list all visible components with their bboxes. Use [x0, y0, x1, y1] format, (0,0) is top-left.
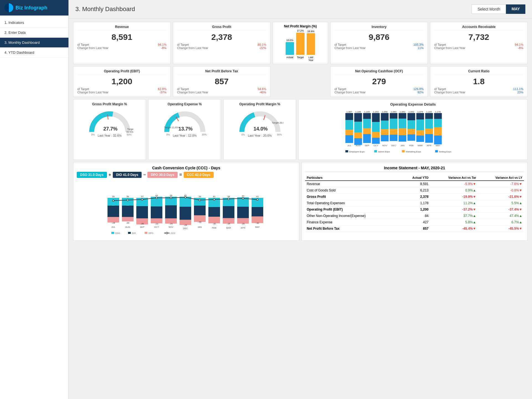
svg-text:1,062: 1,062 [400, 111, 405, 113]
svg-rect-42 [381, 121, 389, 129]
svg-text:Target 11.6%: Target 11.6% [164, 126, 179, 129]
income-table-header: Particulars Actual YTD Variance Act vs T… [305, 175, 524, 181]
kpi-inventory: Inventory 9,876 of Target 105.3% Change … [330, 22, 428, 64]
svg-text:JUL: JUL [111, 226, 116, 228]
svg-text:MAY: MAY [436, 144, 440, 147]
svg-text:AUG: AUG [125, 226, 130, 228]
svg-rect-44 [381, 135, 389, 141]
kpi-np-title: Net Profit Before Tax [177, 69, 266, 75]
table-row: Operating Profit (EBIT) 1,200 -37.2%▼ -3… [305, 206, 524, 213]
table-row: Total Operating Expenses 1,178 11.2%▲ 5.… [305, 200, 524, 206]
sidebar-item-ytd-dashboard[interactable]: 4. YTD Dashboard [0, 48, 68, 58]
svg-rect-72 [425, 119, 433, 129]
kpi-np-meta: of Target 54.6% [177, 87, 266, 91]
svg-rect-53 [399, 113, 406, 119]
npm-x-labels: Actual Target Last Year [275, 56, 326, 62]
kpi-operating-profit: Operating Profit (EBIT) 1,200 of Target … [73, 66, 171, 97]
svg-text:0%: 0% [166, 133, 170, 136]
svg-rect-17 [346, 113, 353, 120]
select-month-label[interactable]: Select Month [472, 4, 506, 14]
sidebar-item-enter-data[interactable]: 2. Enter Data [0, 28, 68, 38]
svg-rect-65 [416, 113, 424, 119]
sidebar-nav: 1. Indicators 2. Enter Data 3. Monthly D… [0, 16, 68, 60]
kpi-op-change: Change from Last Year -37% [77, 91, 167, 94]
kpi-cr-change-val: 23% [517, 91, 523, 94]
kpi-cr-target-pct: 111.1% [513, 87, 523, 91]
ccc-dso-pill: DSO 31.0 Days [77, 172, 107, 178]
income-table: Particulars Actual YTD Variance Act vs T… [305, 175, 524, 232]
opex-chart-section: Operating Expense Details 1,087 JUL 1,18… [298, 99, 528, 160]
svg-rect-78 [434, 119, 442, 127]
kpi-gross-profit-target-pct: 80.1% [258, 43, 266, 46]
svg-point-158 [112, 200, 114, 201]
sidebar-item-monthly-dashboard[interactable]: 3. Monthly Dashboard [0, 38, 68, 48]
income-table-body: Revenue 8,591 -5.9%▼ -7.6%▼ Cost of Good… [305, 181, 524, 232]
dashboard-content: Revenue 8,591 of Target 94.1% Change fro… [69, 19, 532, 399]
svg-rect-55 [399, 128, 406, 135]
kpi-ocf-target-pct: 126.8% [413, 87, 424, 91]
change-label: Change from Last Year [77, 46, 109, 50]
svg-text:1,058: 1,058 [382, 111, 388, 113]
ccc-pills: DSO 31.0 Days + DIO 41.0 Days − DPO 30.0… [77, 172, 296, 178]
kpi-gross-profit: Gross Profit 2,378 of Target 80.1% Chang… [173, 22, 270, 64]
svg-rect-80 [434, 135, 442, 144]
gauge-opex-title: Operating Expense % [151, 102, 218, 106]
gauge-opm-svg: Target 20.9% 0% 35% 14.0% [236, 108, 283, 136]
svg-rect-31 [363, 128, 371, 134]
gauge-gpm: Gross Profit Margin % Target 32.5% 0% [73, 99, 146, 160]
svg-text:1,152: 1,152 [373, 111, 379, 113]
svg-rect-62 [408, 134, 415, 141]
selected-month-value: MAY [506, 4, 525, 14]
kpi-op-title: Operating Profit (EBIT) [77, 69, 167, 75]
kpi-inventory-value: 9,876 [334, 32, 424, 42]
svg-text:OCT: OCT [154, 226, 159, 228]
kpi-ocf-value: 279 [334, 77, 424, 86]
kpi-net-profit: Net Profit Before Tax 857 of Target 54.6… [173, 66, 270, 97]
svg-rect-37 [372, 132, 380, 138]
svg-rect-101 [122, 217, 134, 221]
svg-text:OCT: OCT [374, 144, 378, 147]
ccc-card: Cash Conversion Cycle (CCC) - Days DSO 3… [73, 162, 299, 241]
svg-text:38: 38 [227, 195, 230, 198]
svg-rect-71 [425, 113, 433, 119]
svg-rect-169 [111, 232, 114, 234]
gauge-gpm-svg: Target 32.5% 0% 50% 27.7% [86, 108, 133, 136]
svg-text:AUG: AUG [356, 144, 360, 147]
svg-text:FEB: FEB [409, 144, 414, 147]
kpi-op-meta: of Target 62.8% [77, 87, 167, 91]
svg-rect-79 [434, 127, 442, 135]
sidebar-item-indicators[interactable]: 1. Indicators [0, 18, 68, 28]
svg-rect-50 [390, 135, 398, 141]
svg-text:Target: Target [127, 128, 133, 131]
svg-text:NOV: NOV [382, 144, 387, 147]
svg-text:SEP: SEP [140, 226, 144, 228]
kpi-row-1: Revenue 8,591 of Target 94.1% Change fro… [73, 22, 528, 64]
svg-text:SEP: SEP [365, 144, 369, 147]
ccc-title: Cash Conversion Cycle (CCC) - Days [77, 166, 296, 170]
col-actual: Actual YTD [400, 175, 430, 181]
kpi-op-value: 1,200 [77, 77, 167, 86]
npm-bar-lastyear: 16.9% [307, 30, 315, 55]
svg-rect-60 [408, 120, 415, 129]
svg-text:DPO: DPO [149, 232, 153, 234]
kpi-inventory-change: Change from Last Year 11% [334, 46, 424, 50]
svg-rect-68 [416, 135, 424, 142]
income-statement-card: Income Statement - MAY, 2020-21 Particul… [301, 162, 528, 241]
svg-text:NOV: NOV [168, 226, 173, 228]
svg-rect-88 [435, 150, 438, 152]
svg-rect-130 [194, 206, 206, 215]
svg-text:-30: -30 [256, 222, 259, 224]
kpi-ar-meta: of Target 94.1% [434, 43, 523, 46]
table-row: Cost of Goods Sold 6,213 0.9%▲ -0.8%▼ [305, 187, 524, 194]
main-area: 3. Monthly Dashboard Select Month MAY Re… [69, 0, 532, 399]
svg-text:Marketing Exps: Marketing Exps [406, 150, 421, 153]
svg-text:MAR: MAR [418, 144, 423, 147]
svg-text:Employee Exps: Employee Exps [349, 150, 365, 153]
col-particular: Particulars [305, 175, 400, 181]
npm-bar-actual: 10.0% [286, 39, 294, 55]
kpi-row-2: Operating Profit (EBIT) 1,200 of Target … [73, 66, 528, 97]
svg-rect-67 [416, 130, 424, 135]
svg-text:MAR: MAR [226, 227, 231, 229]
svg-rect-118 [165, 205, 177, 218]
kpi-inventory-title: Inventory [334, 25, 424, 31]
